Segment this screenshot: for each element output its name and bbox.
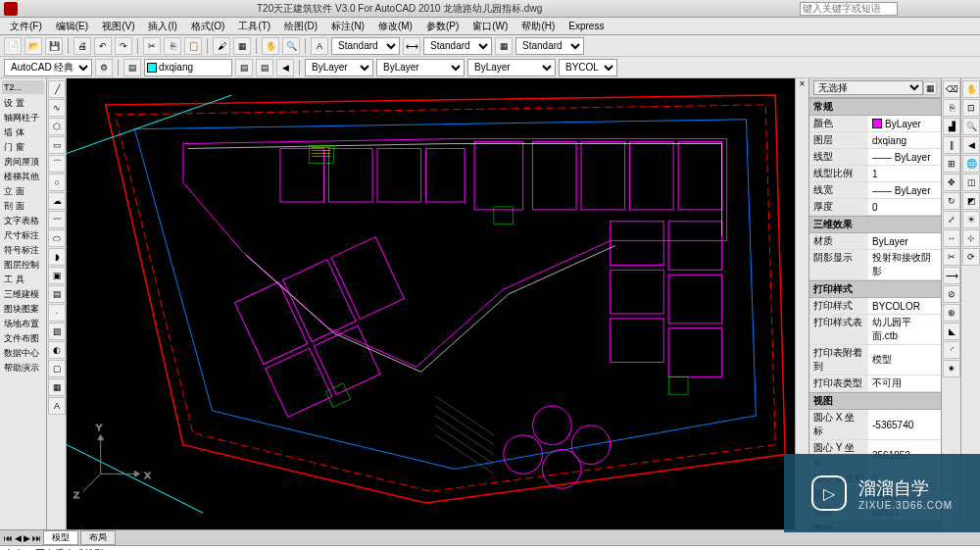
prop-value[interactable]: —— ByLayer <box>868 182 941 198</box>
menu-window[interactable]: 窗口(W) <box>466 20 514 33</box>
panel-item-file[interactable]: 文件布图 <box>2 331 44 346</box>
menu-view[interactable]: 视图(V) <box>96 20 140 33</box>
copy-button[interactable]: ⎘ <box>164 37 181 55</box>
polyline-tool[interactable]: ∿ <box>48 99 66 117</box>
viewcube-tool[interactable]: ◫ <box>962 174 980 191</box>
arc-tool[interactable]: ⌒ <box>48 155 66 173</box>
erase-tool[interactable]: ⌫ <box>943 80 960 98</box>
explode-tool[interactable]: ✷ <box>943 360 960 377</box>
panel-item-data[interactable]: 数据中心 <box>2 346 44 361</box>
circle-tool[interactable]: ○ <box>48 174 66 191</box>
ellipse-tool[interactable]: ⬭ <box>48 229 66 247</box>
workspace-settings-button[interactable]: ⚙ <box>95 59 113 76</box>
tangent-panel-title[interactable]: T2... <box>2 80 44 94</box>
zoom-window-tool[interactable]: 🔍 <box>962 118 980 135</box>
menu-format[interactable]: 格式(O) <box>185 20 230 33</box>
hatch-tool[interactable]: ▨ <box>48 323 66 340</box>
menu-modify[interactable]: 修改(M) <box>372 20 418 33</box>
extend-tool[interactable]: ⟶ <box>943 267 960 284</box>
cut-button[interactable]: ✂ <box>143 37 161 55</box>
menu-insert[interactable]: 插入(I) <box>142 20 182 33</box>
prop-section-header[interactable]: 打印样式 <box>809 280 941 298</box>
menu-file[interactable]: 文件(F) <box>4 20 48 33</box>
prop-section-header[interactable]: 视图 <box>809 392 941 410</box>
save-button[interactable]: 💾 <box>45 37 63 55</box>
scale-tool[interactable]: ⤢ <box>943 211 960 228</box>
prop-value[interactable]: 投射和接收阴影 <box>868 250 941 279</box>
table-style-combo[interactable]: Standard <box>515 37 584 55</box>
insert-block-tool[interactable]: ▣ <box>48 267 66 284</box>
close-prop-icon[interactable]: × <box>800 78 806 89</box>
mirror-tool[interactable]: ▟ <box>943 118 960 135</box>
move-tool[interactable]: ✥ <box>943 174 960 191</box>
panel-item-help[interactable]: 帮助演示 <box>2 361 44 375</box>
join-tool[interactable]: ⊕ <box>943 304 960 322</box>
prop-value[interactable]: ByLayer <box>868 116 941 131</box>
new-file-button[interactable]: 📄 <box>4 37 22 55</box>
menu-help[interactable]: 帮助(H) <box>515 20 561 33</box>
undo-button[interactable]: ↶ <box>94 37 112 55</box>
prop-value[interactable]: 不可用 <box>868 375 941 391</box>
offset-tool[interactable]: ‖ <box>943 136 960 154</box>
chamfer-tool[interactable]: ◣ <box>943 323 960 340</box>
copy-tool[interactable]: ⎘ <box>943 99 960 117</box>
prop-value[interactable]: BYCOLOR <box>868 298 941 314</box>
array-tool[interactable]: ⊞ <box>943 155 960 173</box>
panel-item-axis[interactable]: 轴网柱子 <box>2 111 44 125</box>
layer-prev-button[interactable]: ◀ <box>276 59 294 76</box>
menu-edit[interactable]: 编辑(E) <box>50 20 94 33</box>
dim-style-icon[interactable]: ⟷ <box>403 37 420 55</box>
menu-express[interactable]: Express <box>563 21 610 31</box>
fillet-tool[interactable]: ◜ <box>943 341 960 359</box>
panel-item-elevation[interactable]: 立 面 <box>2 184 44 199</box>
block-editor-button[interactable]: ▦ <box>233 37 251 55</box>
layer-combo[interactable]: dxqiang <box>144 59 232 76</box>
prop-value[interactable]: dxqiang <box>868 132 941 148</box>
menu-dimension[interactable]: 标注(N) <box>325 20 370 33</box>
prop-section-header[interactable]: 常规 <box>809 98 941 116</box>
workspace-combo[interactable]: AutoCAD 经典 <box>4 59 92 76</box>
ucs-tool[interactable]: ⊹ <box>962 229 980 247</box>
rotate-tool[interactable]: ↻ <box>943 192 960 210</box>
rectangle-tool[interactable]: ▭ <box>48 136 66 154</box>
render-tool[interactable]: ☀ <box>962 211 980 228</box>
paste-button[interactable]: 📋 <box>184 37 202 55</box>
visual-style-tool[interactable]: ◩ <box>962 192 980 210</box>
linetype-combo[interactable]: ByLayer <box>376 59 465 76</box>
prop-section-header[interactable]: 三维效果 <box>809 216 941 233</box>
selection-combo[interactable]: 无选择 <box>813 80 923 95</box>
panel-item-site[interactable]: 场地布置 <box>2 317 44 331</box>
open-file-button[interactable]: 📂 <box>24 37 42 55</box>
mtext-tool[interactable]: A <box>48 397 66 415</box>
tab-layout[interactable]: 布局 <box>80 530 116 545</box>
quickselect-button[interactable]: ▦ <box>923 81 937 95</box>
color-combo[interactable]: ByLayer <box>305 59 373 76</box>
zoom-extents-tool[interactable]: ⊡ <box>962 99 980 117</box>
prop-value[interactable]: ByLayer <box>868 233 941 249</box>
tab-nav-first[interactable]: ⏮ <box>4 533 13 543</box>
menu-param[interactable]: 参数(P) <box>420 20 465 33</box>
table-tool[interactable]: ▦ <box>48 378 66 396</box>
panel-item-wall[interactable]: 墙 体 <box>2 125 44 140</box>
polygon-tool[interactable]: ⬡ <box>48 118 66 135</box>
plotcolor-combo[interactable]: BYCOLOR <box>559 59 617 76</box>
panel-item-door[interactable]: 门 窗 <box>2 140 44 155</box>
tab-nav-next[interactable]: ▶ <box>24 533 30 543</box>
3dorbit-tool[interactable]: ⟳ <box>962 248 980 266</box>
zoom-button[interactable]: 🔍 <box>282 37 300 55</box>
prop-value[interactable]: 0 <box>868 199 941 215</box>
prop-value[interactable]: 幼儿园平面.ctb <box>868 315 941 344</box>
prop-value[interactable]: 模型 <box>868 345 941 375</box>
match-props-button[interactable]: 🖌 <box>213 37 230 55</box>
panel-item-symbol[interactable]: 符号标注 <box>2 243 44 258</box>
ellipse-arc-tool[interactable]: ◗ <box>48 248 66 266</box>
dim-style-combo[interactable]: Standard <box>423 37 492 55</box>
point-tool[interactable]: · <box>48 304 66 322</box>
make-block-tool[interactable]: ▤ <box>48 285 66 303</box>
prop-value[interactable]: —— ByLayer <box>868 149 941 165</box>
redo-button[interactable]: ↷ <box>115 37 132 55</box>
panel-item-settings[interactable]: 设 置 <box>2 96 44 111</box>
print-button[interactable]: 🖨 <box>74 37 91 55</box>
panel-item-dim[interactable]: 尺寸标注 <box>2 228 44 243</box>
panel-item-3d[interactable]: 三维建模 <box>2 287 44 302</box>
